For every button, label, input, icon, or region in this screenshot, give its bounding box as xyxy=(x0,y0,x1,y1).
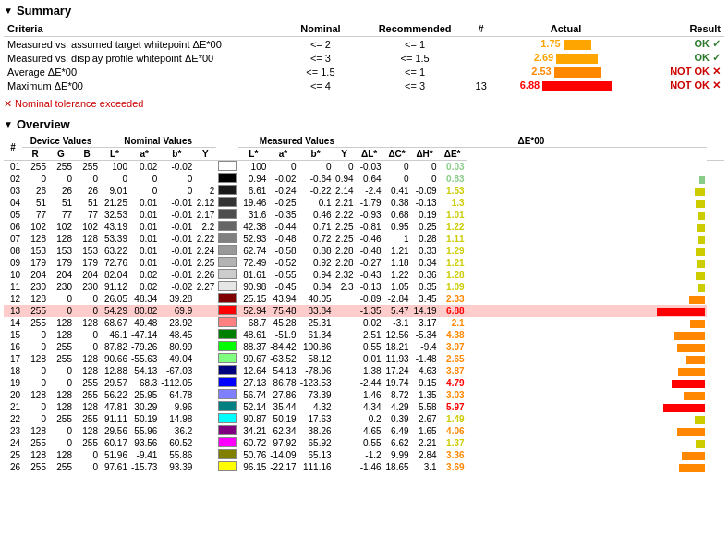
overview-ym: 0 xyxy=(334,161,356,174)
overview-bm: 0.84 xyxy=(298,281,334,293)
overview-swatch xyxy=(216,281,238,293)
overview-r: 128 xyxy=(22,353,48,365)
overview-lm: 34.21 xyxy=(238,425,268,437)
overview-ys xyxy=(194,161,216,174)
overview-g: 0 xyxy=(48,173,74,185)
overview-am: -0.55 xyxy=(268,269,297,281)
overview-ys xyxy=(194,413,216,425)
overview-lm: 25.15 xyxy=(238,293,268,305)
overview-bs: 0 xyxy=(159,173,194,185)
overview-as: -55.63 xyxy=(129,353,159,365)
overview-am: -50.19 xyxy=(268,413,297,425)
overview-dc: 0 xyxy=(383,173,411,185)
overview-de: 5.97 xyxy=(439,401,467,413)
overview-bs: -64.78 xyxy=(159,389,194,401)
overview-b: 128 xyxy=(74,401,100,413)
overview-ym: 2.21 xyxy=(334,197,356,209)
overview-bar xyxy=(467,329,708,341)
overview-bm: -0.64 xyxy=(298,173,334,185)
overview-num: 21 xyxy=(4,401,22,413)
overview-bm: 0.46 xyxy=(298,209,334,221)
overview-ym xyxy=(334,377,356,389)
overview-lm: 52.14 xyxy=(238,401,268,413)
overview-section-title: ▼ Overview xyxy=(4,117,724,131)
overview-swatch xyxy=(216,209,238,221)
overview-b: 0 xyxy=(74,341,100,353)
overview-swatch xyxy=(216,257,238,269)
overview-dl: 0.2 xyxy=(356,413,383,425)
overview-num: 08 xyxy=(4,245,22,257)
summary-recommended: <= 1 xyxy=(366,37,464,52)
overview-header-nominal-values: Nominal Values xyxy=(100,135,216,148)
overview-dh: 0 xyxy=(411,161,439,174)
overview-as: 49.48 xyxy=(129,317,159,329)
overview-dc: 1.21 xyxy=(383,245,411,257)
overview-r: 102 xyxy=(22,221,48,233)
overview-as: -50.19 xyxy=(129,413,159,425)
overview-ys: 2 xyxy=(194,185,216,197)
overview-de: 4.38 xyxy=(439,329,467,341)
overview-b: 102 xyxy=(74,221,100,233)
overview-bm: 100.86 xyxy=(298,341,334,353)
overview-as: 80.82 xyxy=(129,305,159,317)
overview-dl: -0.81 xyxy=(356,221,383,233)
overview-ys: 2.2 xyxy=(194,221,216,233)
overview-b: 204 xyxy=(74,269,100,281)
overview-dl: 1.38 xyxy=(356,365,383,377)
overview-swatch xyxy=(216,233,238,245)
overview-lm: 88.37 xyxy=(238,341,268,353)
overview-g: 128 xyxy=(48,389,74,401)
overview-ls: 9.01 xyxy=(100,185,129,197)
overview-bs: 48.45 xyxy=(159,329,194,341)
overview-num: 04 xyxy=(4,197,22,209)
overview-g: 204 xyxy=(48,269,74,281)
overview-bar xyxy=(467,305,708,317)
overview-ys: 2.26 xyxy=(194,269,216,281)
overview-ym: 2.25 xyxy=(334,221,356,233)
overview-lm: 68.7 xyxy=(238,317,268,329)
overview-b: 153 xyxy=(74,245,100,257)
overview-header-device-values: Device Values xyxy=(22,135,100,148)
overview-lm: 81.61 xyxy=(238,269,268,281)
overview-bs: -0.01 xyxy=(159,233,194,245)
overview-lm: 90.98 xyxy=(238,281,268,293)
overview-bm: 0.88 xyxy=(298,245,334,257)
overview-as: -9.41 xyxy=(129,449,159,461)
overview-ys xyxy=(194,317,216,329)
overview-bs: -0.02 xyxy=(159,161,194,174)
overview-am: 75.48 xyxy=(268,305,297,317)
summary-header-recommended: Recommended xyxy=(366,21,464,37)
overview-ls: 56.22 xyxy=(100,389,129,401)
overview-dl: -0.93 xyxy=(356,209,383,221)
overview-ys: 2.27 xyxy=(194,281,216,293)
overview-am: -14.09 xyxy=(268,449,297,461)
overview-num: 14 xyxy=(4,317,22,329)
overview-sub-r: R xyxy=(22,148,48,161)
overview-title: Overview xyxy=(17,117,70,131)
overview-swatch xyxy=(216,365,238,377)
overview-de: 2.33 xyxy=(439,293,467,305)
summary-section-title: ▼ Summary xyxy=(4,4,724,18)
overview-ls: 32.53 xyxy=(100,209,129,221)
summary-hash xyxy=(464,51,498,65)
overview-bar xyxy=(467,281,708,293)
overview-bm: -65.92 xyxy=(298,437,334,449)
overview-swatch xyxy=(216,341,238,353)
overview-de: 6.88 xyxy=(439,305,467,317)
overview-dl: -1.46 xyxy=(356,461,383,473)
overview-bs: 0 xyxy=(159,185,194,197)
overview-b: 26 xyxy=(74,185,100,197)
overview-dl: 4.65 xyxy=(356,425,383,437)
overview-r: 179 xyxy=(22,257,48,269)
overview-dc: 5.47 xyxy=(383,305,411,317)
overview-bm: -123.53 xyxy=(298,377,334,389)
overview-dc: 19.74 xyxy=(383,377,411,389)
overview-ys xyxy=(194,353,216,365)
overview-bar xyxy=(467,401,708,413)
overview-as: 0.01 xyxy=(129,221,159,233)
summary-nominal: <= 3 xyxy=(275,51,366,65)
overview-g: 26 xyxy=(48,185,74,197)
overview-bar xyxy=(467,449,708,461)
overview-ls: 47.81 xyxy=(100,401,129,413)
overview-lm: 42.38 xyxy=(238,221,268,233)
